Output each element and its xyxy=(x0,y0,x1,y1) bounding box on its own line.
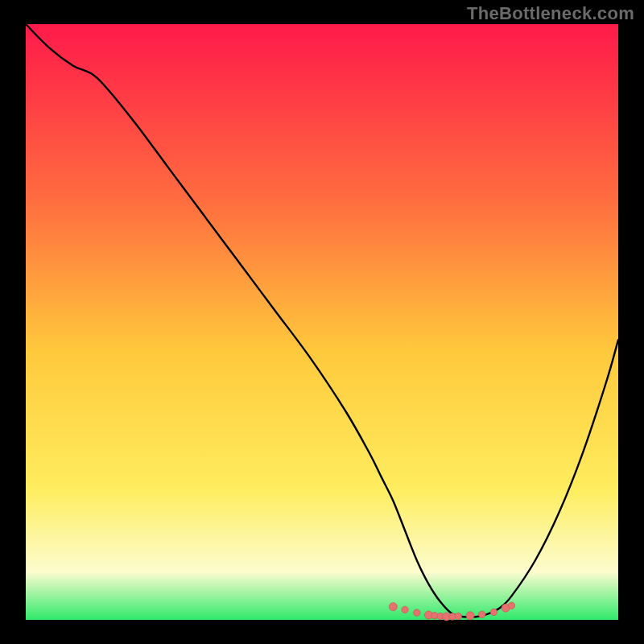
optimal-marker xyxy=(479,611,485,617)
optimal-marker xyxy=(389,603,397,611)
watermark-text: TheBottleneck.com xyxy=(467,3,634,24)
optimal-marker xyxy=(414,609,420,616)
optimal-marker xyxy=(490,609,497,615)
chart-frame: TheBottleneck.com xyxy=(0,0,644,644)
optimal-marker xyxy=(466,612,474,620)
plot-background xyxy=(26,24,618,620)
optimal-marker xyxy=(508,602,514,609)
bottleneck-chart xyxy=(0,0,644,644)
optimal-marker xyxy=(402,606,408,613)
optimal-marker xyxy=(455,613,461,619)
